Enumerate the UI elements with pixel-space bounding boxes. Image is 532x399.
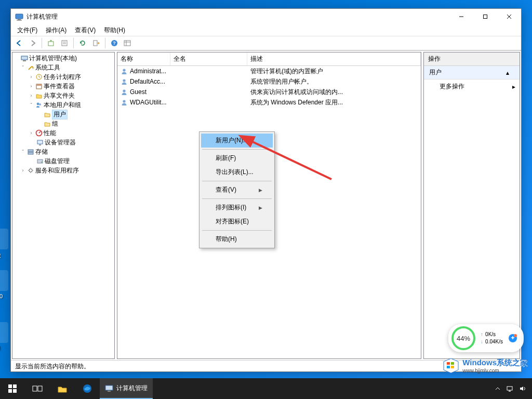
menu-view[interactable]: 查看(V) xyxy=(71,25,100,36)
chevron-right-icon[interactable]: › xyxy=(28,130,34,136)
col-fullname[interactable]: 全名 xyxy=(170,52,247,65)
taskview-button[interactable] xyxy=(25,378,50,399)
svg-rect-51 xyxy=(105,385,113,390)
taskbar-app-compmgmt[interactable]: 计算机管理 xyxy=(100,378,153,399)
svg-rect-29 xyxy=(28,152,33,154)
chevron-down-icon[interactable]: ˅ xyxy=(20,65,26,70)
users-icon xyxy=(34,101,44,109)
svg-rect-30 xyxy=(37,159,43,163)
chevron-down-icon[interactable]: ˅ xyxy=(28,102,34,108)
maximize-button[interactable] xyxy=(473,9,497,24)
help-button[interactable]: ? xyxy=(108,37,121,49)
cm-export[interactable]: 导出列表(L)... xyxy=(201,165,273,179)
explorer-button[interactable] xyxy=(50,378,75,399)
tree-storage[interactable]: 存储 xyxy=(35,148,48,156)
svg-rect-47 xyxy=(13,389,17,393)
watermark: Windows系统之家 www.bjjmlv.com xyxy=(443,357,528,374)
menu-file[interactable]: 文件(F) xyxy=(13,25,42,36)
chevron-down-icon[interactable]: ˅ xyxy=(20,149,26,154)
svg-point-22 xyxy=(37,103,39,105)
svg-rect-11 xyxy=(94,41,97,46)
chevron-right-icon: ▶ xyxy=(259,188,262,193)
svg-rect-26 xyxy=(37,140,43,144)
cm-arrange[interactable]: 排列图标(I)▶ xyxy=(201,201,273,215)
tree-local-users-groups[interactable]: 本地用户和组 xyxy=(44,101,81,110)
tools-icon xyxy=(26,64,35,71)
view-button[interactable] xyxy=(122,37,134,49)
forward-button[interactable] xyxy=(26,37,39,49)
minimize-button[interactable] xyxy=(449,9,473,24)
svg-rect-8 xyxy=(62,41,67,46)
user-icon xyxy=(121,99,128,106)
tree-shared-folders[interactable]: 共享文件夹 xyxy=(44,91,75,100)
list-item[interactable]: Administrat... 管理计算机(域)的内置帐户 xyxy=(117,66,421,76)
tree-performance[interactable]: 性能 xyxy=(44,129,56,138)
edge-button[interactable] xyxy=(75,378,100,399)
svg-point-33 xyxy=(123,69,125,71)
speed-down: ↓0.04K/s xyxy=(481,338,503,345)
chevron-right-icon[interactable]: › xyxy=(20,168,26,173)
tree-device-manager[interactable]: 设备管理器 xyxy=(45,138,76,147)
col-desc[interactable]: 描述 xyxy=(247,52,421,65)
tree-users[interactable]: 用户 xyxy=(52,110,68,119)
titlebar[interactable]: 计算机管理 xyxy=(11,9,521,24)
cm-align[interactable]: 对齐图标(E) xyxy=(201,215,273,229)
menu-action[interactable]: 操作(A) xyxy=(42,25,71,36)
close-button[interactable] xyxy=(497,9,521,24)
performance-icon xyxy=(34,129,44,137)
list-item[interactable]: Guest 供来宾访问计算机或访问域的内... xyxy=(117,87,421,97)
tree-services-apps[interactable]: 服务和应用程序 xyxy=(35,166,79,175)
speed-widget[interactable]: 44% ↑0K/s ↓0.04K/s xyxy=(448,324,524,352)
cm-new-user[interactable]: 新用户(N)... xyxy=(201,134,273,148)
svg-rect-0 xyxy=(16,14,23,19)
tree-task-scheduler[interactable]: 任务计划程序 xyxy=(44,73,81,82)
refresh-button[interactable] xyxy=(76,37,89,49)
svg-rect-43 xyxy=(451,366,454,368)
svg-rect-28 xyxy=(28,150,33,152)
system-tray[interactable] xyxy=(494,384,532,393)
chevron-right-icon[interactable]: › xyxy=(28,84,34,89)
tree-disk-mgmt[interactable]: 磁盘管理 xyxy=(45,157,70,166)
properties-button[interactable] xyxy=(58,37,71,49)
chevron-right-icon[interactable]: › xyxy=(28,74,34,79)
list-item[interactable]: WDAGUtilit... 系统为 Windows Defender 应用... xyxy=(117,97,421,108)
tree-groups[interactable]: 组 xyxy=(52,119,58,128)
actions-sub-users[interactable]: 用户 ▴ xyxy=(424,66,520,79)
storage-icon xyxy=(26,148,35,155)
collapse-icon: ▴ xyxy=(506,69,509,76)
list-item[interactable]: DefaultAcc... 系统管理的用户帐户。 xyxy=(117,76,421,87)
back-button[interactable] xyxy=(13,37,25,49)
svg-rect-27 xyxy=(39,144,41,145)
tray-volume-icon[interactable] xyxy=(518,384,527,393)
svg-rect-14 xyxy=(124,41,130,46)
expand-icon[interactable] xyxy=(508,334,517,343)
tree-panel[interactable]: 计算机管理(本地) ˅系统工具 ›任务计划程序 ›事件查看器 ›共享文件夹 ˅本… xyxy=(12,52,115,359)
svg-point-39 xyxy=(514,334,517,337)
tree-system-tools[interactable]: 系统工具 xyxy=(35,63,60,72)
up-button[interactable] xyxy=(45,37,57,49)
svg-rect-17 xyxy=(21,56,28,60)
cm-view[interactable]: 查看(V)▶ xyxy=(201,183,273,197)
user-icon xyxy=(121,78,128,85)
svg-rect-48 xyxy=(33,386,37,391)
start-button[interactable] xyxy=(0,378,25,399)
chevron-right-icon[interactable]: › xyxy=(28,93,34,98)
tree-root[interactable]: 计算机管理(本地) xyxy=(29,54,77,63)
chevron-right-icon: ▸ xyxy=(512,83,515,90)
taskbar[interactable]: 计算机管理 xyxy=(0,378,532,399)
actions-more[interactable]: 更多操作 ▸ xyxy=(424,79,520,94)
cm-help[interactable]: 帮助(H) xyxy=(201,232,273,246)
tray-chevron-icon[interactable] xyxy=(494,384,502,393)
svg-point-23 xyxy=(39,103,41,105)
tray-network-icon[interactable] xyxy=(506,384,514,393)
actions-panel: 操作 用户 ▴ 更多操作 ▸ xyxy=(423,52,520,359)
user-icon xyxy=(121,88,128,96)
cm-refresh[interactable]: 刷新(F) xyxy=(201,151,273,165)
watermark-title: Windows系统之家 xyxy=(462,358,528,368)
tree-event-viewer[interactable]: 事件查看器 xyxy=(44,82,75,91)
speed-percent: 44% xyxy=(451,326,475,350)
svg-rect-18 xyxy=(23,60,26,61)
menu-help[interactable]: 帮助(H) xyxy=(100,25,129,36)
export-button[interactable] xyxy=(90,37,102,49)
col-name[interactable]: 名称 xyxy=(117,52,170,65)
